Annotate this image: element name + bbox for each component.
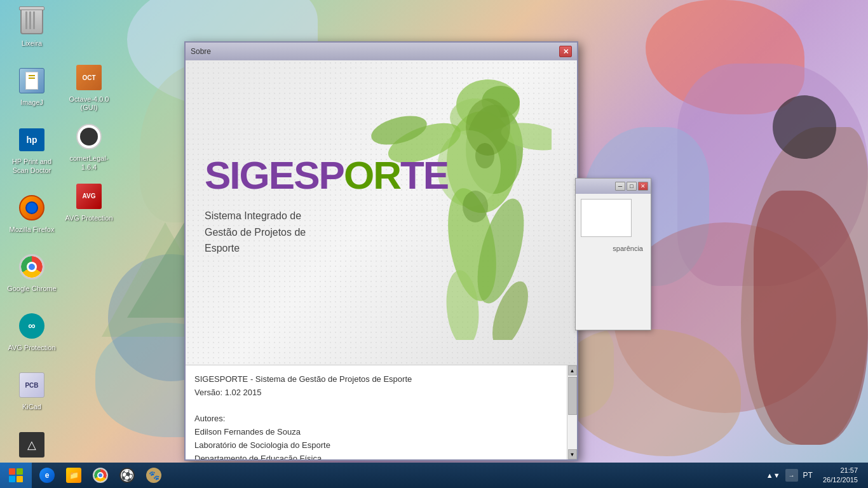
hp-icon: hp xyxy=(17,125,47,155)
avg-label: AVG Protection xyxy=(65,214,113,222)
icon-chrome[interactable]: Google Chrome xyxy=(6,252,57,293)
info-line5: Edilson Fernandes de Souza xyxy=(194,426,558,439)
info-line6: Laboratório de Sociologia do Esporte xyxy=(194,439,558,452)
taskbar-gimp[interactable]: 🐾 xyxy=(141,464,166,486)
subtitle-line3: Esporte xyxy=(205,240,448,257)
icon-hp-print[interactable]: hp HP Print andScan Doctor xyxy=(6,125,57,174)
svg-point-15 xyxy=(463,191,488,222)
taskbar-items: e 📁 ⚽ 🐾 xyxy=(32,463,169,488)
info-line1: SIGESPORTE - Sistema de Gestão de Projet… xyxy=(194,373,558,386)
desktop-icons-col1: Lixeira ImageJ hp HP Print andScan xyxy=(6,6,57,488)
octave-icon: OCT xyxy=(74,62,104,93)
tray-date: 26/12/2015 xyxy=(823,475,858,485)
secondary-dialog: ─ □ ✕ sparência xyxy=(575,178,651,330)
avg-icon: AVG xyxy=(74,181,104,212)
about-dialog: Sobre ✕ xyxy=(184,41,578,461)
tray-time: 21:57 xyxy=(823,466,858,475)
kicad-label: KiCad xyxy=(22,403,41,411)
comerlegal-label: comerLegal-1.6.4 xyxy=(64,154,114,171)
chrome-icon xyxy=(17,252,47,282)
taskbar-ie[interactable]: e xyxy=(34,464,60,486)
info-text: SIGESPORTE - Sistema de Gestão de Projet… xyxy=(186,365,567,459)
lixeira-icon xyxy=(17,6,47,37)
secondary-titlebar: ─ □ ✕ xyxy=(576,179,651,194)
windows-logo xyxy=(9,468,23,482)
scrollbar-thumb[interactable] xyxy=(568,377,577,415)
secondary-close-button[interactable]: ✕ xyxy=(638,182,648,191)
secondary-minimize-button[interactable]: ─ xyxy=(615,182,625,191)
start-button[interactable] xyxy=(0,463,32,488)
lixeira-label: Lixeira xyxy=(22,39,42,48)
taskbar-soccer[interactable]: ⚽ xyxy=(114,464,140,486)
dialog-titlebar: Sobre ✕ xyxy=(186,43,577,60)
info-text-area: SIGESPORTE - Sistema de Gestão de Projet… xyxy=(186,365,577,459)
tray-language: PT xyxy=(801,471,815,480)
logo-text: SIGESPORTE xyxy=(205,156,448,195)
sigesporte-logo: SIGESPORTE Sistema Integrado de Gestão d… xyxy=(205,156,448,257)
subtitle-line1: Sistema Integrado de xyxy=(205,208,448,224)
desktop-icons-col2: OCT Octave-4.0.0(GUI) comerLegal-1.6.4 A… xyxy=(64,6,114,232)
secondary-partial-text: sparência xyxy=(581,242,646,255)
info-scrollbar[interactable]: ▲ ▼ xyxy=(567,365,577,459)
octave-label: Octave-4.0.0(GUI) xyxy=(69,95,109,112)
dialog-close-button[interactable]: ✕ xyxy=(559,46,572,57)
logo-subtitle: Sistema Integrado de Gestão de Projetos … xyxy=(205,208,448,257)
imagej-icon xyxy=(17,65,47,96)
chrome-label: Google Chrome xyxy=(7,285,57,293)
tray-icon1: → xyxy=(785,469,798,482)
desktop: Lixeira ImageJ hp HP Print andScan xyxy=(0,0,868,488)
kicad-icon: PCB xyxy=(17,370,47,400)
imagej-label: ImageJ xyxy=(20,98,43,107)
icon-firefox[interactable]: Mozilla Firefox xyxy=(6,193,57,234)
arduino-icon: ∞ xyxy=(17,311,47,341)
tray-clock[interactable]: 21:57 26/12/2015 xyxy=(818,466,863,485)
icon-comerlegal[interactable]: comerLegal-1.6.4 xyxy=(64,121,114,171)
taskbar-chrome[interactable] xyxy=(88,464,113,486)
subtitle-line2: Gestão de Projetos de xyxy=(205,224,448,241)
icon-arduino[interactable]: ∞ AVG Protection xyxy=(6,311,57,352)
taskbar-tray: ▲▼ → PT 21:57 26/12/2015 xyxy=(759,463,868,488)
svg-point-14 xyxy=(475,143,494,168)
firefox-label: Mozilla Firefox xyxy=(10,226,55,234)
logo-area: SIGESPORTE Sistema Integrado de Gestão d… xyxy=(186,60,577,365)
icon-avg[interactable]: AVG AVG Protection xyxy=(64,181,114,222)
info-line7: Departamento de Educação Física xyxy=(194,452,558,459)
dialog-title: Sobre xyxy=(191,47,211,56)
arduino-label: AVG Protection xyxy=(8,344,56,352)
tray-arrows: ▲▼ xyxy=(764,471,783,479)
firefox-icon xyxy=(17,193,47,223)
comerlegal-icon xyxy=(74,121,104,152)
secondary-content: sparência xyxy=(576,194,651,260)
taskbar-explorer[interactable]: 📁 xyxy=(61,464,86,486)
icon-lixeira[interactable]: Lixeira xyxy=(6,6,57,48)
taskbar: e 📁 ⚽ 🐾 xyxy=(0,463,868,488)
icon-kicad[interactable]: PCB KiCad xyxy=(6,370,57,411)
icon-imagej[interactable]: ImageJ xyxy=(6,65,57,107)
icon-octave[interactable]: OCT Octave-4.0.0(GUI) xyxy=(64,62,114,112)
hp-label: HP Print andScan Doctor xyxy=(12,158,51,174)
info-line2: Versão: 1.02 2015 xyxy=(194,386,558,400)
info-line4: Autores: xyxy=(194,412,558,426)
secondary-maximize-button[interactable]: □ xyxy=(627,182,637,191)
unity-icon: △ xyxy=(17,430,47,460)
